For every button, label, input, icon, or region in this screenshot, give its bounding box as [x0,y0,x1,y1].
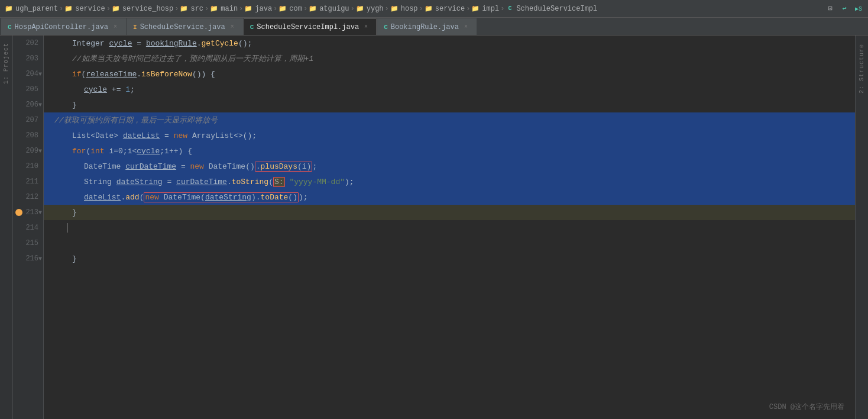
tab-bookingrule[interactable]: C BookingRule.java × [377,18,477,35]
tab-label: HospApiController.java [15,23,108,31]
folder-icon: 📁 [210,5,218,13]
code-content[interactable]: Integer cycle = bookingRule.getCycle(); … [44,36,855,419]
code-line-216: } [44,251,855,266]
tab-scheduleserviceimpl[interactable]: C ScheduleServiceImpl.java × [244,18,377,35]
breadcrumb-item[interactable]: 📁 impl [471,5,499,13]
expand-icon[interactable]: ⊡ [825,4,835,14]
breadcrumb-item[interactable]: 📁 service [64,5,105,13]
code-line-204: if(releaseTime.isBeforeNow()) { [44,66,855,82]
breadcrumb-item[interactable]: 📁 yygh [356,5,384,13]
folder-icon: 📁 [112,5,120,13]
code-line-212: dateList.add(new DateTime(dateString).to… [44,189,855,205]
folder-icon: 📁 [5,5,13,13]
line-number: 206 ▼ [13,97,43,112]
code-line-202: Integer cycle = bookingRule.getCycle(); [44,36,855,51]
folder-icon: 📁 [278,5,287,13]
line-number: 209 ▼ [13,143,43,159]
code-line-209: for(int i=0;i<cycle;i++) { [44,143,855,159]
folder-icon: 📁 [244,5,252,13]
line-numbers: 202 203 204 ▼ 205 206 ▼ 207 208 209 ▼ 21… [13,36,44,419]
code-line-210: DateTime curDateTime = new DateTime().pl… [44,159,855,174]
line-number: 210 [13,159,43,174]
breadcrumb-item[interactable]: 📁 service_hosp [112,5,173,13]
class-icon: C [8,24,12,31]
tab-close-button[interactable]: × [111,23,119,31]
tab-hospapicontroller[interactable]: C HospApiController.java × [1,18,126,35]
breadcrumb-item[interactable]: 📁 ugh_parent [5,5,58,13]
line-number: 203 [13,51,43,66]
line-number: 214 [13,220,43,236]
watermark: CSDN @这个名字先用着 [769,402,844,412]
tab-close-button[interactable]: × [462,23,470,31]
breadcrumb-item[interactable]: 📁 com [278,5,302,13]
tab-label: ScheduleServiceImpl.java [257,23,359,31]
code-line-213: } [44,205,855,220]
breadcrumb-item[interactable]: 📁 src [180,5,203,13]
breadcrumb-item[interactable]: C ScheduleServiceImpl [506,5,597,13]
code-area[interactable]: 202 203 204 ▼ 205 206 ▼ 207 208 209 ▼ 21… [13,36,855,419]
text-cursor [67,223,67,233]
line-number: 212 [13,189,43,205]
line-number: 208 [13,128,43,143]
project-strip-label: 1: Project [3,43,9,84]
tab-label: ScheduleService.java [140,23,225,31]
line-number-breakpoint: 213 ▼ [13,205,43,220]
class-icon: C [506,5,514,13]
forward-icon[interactable]: ▶S [854,4,863,14]
structure-strip-label: 2: Structure [859,44,865,94]
code-line-208: List<Date> dateList = new ArrayList<>(); [44,128,855,143]
breadcrumb-item[interactable]: 📁 atguigu [309,5,349,13]
interface-icon: I [133,24,137,31]
breadcrumb: 📁 ugh_parent › 📁 service › 📁 service_hos… [0,0,868,18]
code-line-203: //如果当天放号时间已经过去了，预约周期从后一天开始计算，周期+1 [44,51,855,66]
class-icon: C [250,24,254,31]
tab-scheduleservice[interactable]: I ScheduleService.java × [127,18,243,35]
breadcrumb-item[interactable]: 📁 java [244,5,272,13]
line-number: 207 [13,112,43,128]
project-strip[interactable]: 1: Project [0,36,13,419]
line-number: 215 [13,236,43,251]
tab-close-button[interactable]: × [228,23,237,31]
folder-icon: 📁 [180,5,188,13]
code-line-206: } [44,97,855,112]
class-icon: C [384,24,388,31]
code-line-211: String dateString = curDateTime.toString… [44,174,855,189]
breadcrumb-item[interactable]: 📁 main [210,5,238,13]
code-line-215 [44,236,855,251]
line-number: 204 ▼ [13,66,43,82]
code-line-214[interactable] [44,220,855,236]
folder-icon: 📁 [356,5,364,13]
code-line-207: //获取可预约所有日期，最后一天显示即将放号 [44,112,855,128]
fold-icon[interactable]: ▼ [38,256,42,262]
tab-bar: C HospApiController.java × I ScheduleSer… [0,18,868,36]
line-number: 205 [13,82,43,97]
tab-label: BookingRule.java [391,23,459,31]
folder-icon: 📁 [471,5,480,13]
breadcrumb-actions: ⊡ ↩ ▶S [823,4,863,14]
line-number: 211 [13,174,43,189]
folder-icon: 📁 [64,5,73,13]
fold-icon[interactable]: ▼ [38,71,42,78]
tab-close-button[interactable]: × [362,23,370,31]
code-line-205: cycle += 1; [44,82,855,97]
folder-icon: 📁 [309,5,317,13]
folder-icon: 📁 [425,5,433,13]
editor-wrapper: 1: Project 202 203 204 ▼ 205 206 ▼ 207 2… [0,36,868,419]
fold-icon[interactable]: ▼ [38,102,42,108]
fold-icon[interactable]: ▼ [38,210,42,216]
structure-strip[interactable]: 2: Structure [855,36,868,419]
breadcrumb-item[interactable]: 📁 service [425,5,465,13]
back-icon[interactable]: ↩ [840,4,849,14]
fold-icon[interactable]: ▼ [38,148,42,154]
folder-icon: 📁 [390,5,399,13]
breadcrumb-item[interactable]: 📁 hosp [390,5,418,13]
line-number: 216 ▼ [13,251,43,266]
line-number: 202 [13,36,43,51]
